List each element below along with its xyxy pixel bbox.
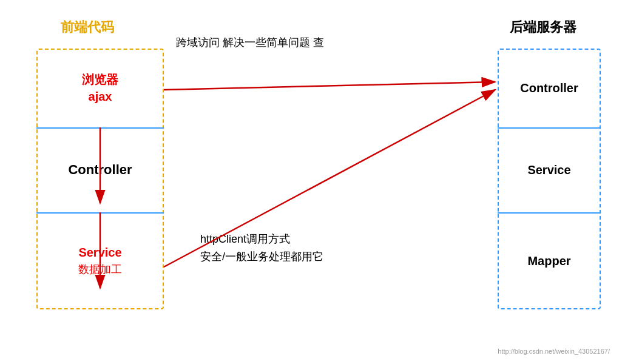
browser-text: 浏览器 ajax (82, 73, 118, 103)
browser-section: 浏览器 ajax (36, 49, 164, 127)
backend-service-label: Service (527, 163, 570, 177)
backend-mapper-section: Mapper (498, 212, 601, 309)
frontend-service-section: Service 数据加工 (36, 212, 164, 309)
httpclient-line1: httpClient调用方式 (200, 231, 323, 248)
backend-label: 后端服务器 (510, 18, 576, 36)
backend-mapper-label: Mapper (527, 254, 570, 268)
frontend-label: 前端代码 (61, 18, 114, 36)
backend-controller-label: Controller (520, 81, 578, 95)
frontend-service-label: Service (78, 246, 121, 260)
httpclient-line2: 安全/一般业务处理都用它 (200, 248, 323, 266)
watermark: http://blog.csdn.net/weixin_43052167/ (498, 348, 610, 355)
frontend-controller-section: Controller (36, 127, 164, 212)
browser-ajax-label: 浏览器 ajax (82, 71, 118, 105)
frontend-controller-label: Controller (68, 162, 132, 178)
backend-controller-section: Controller (498, 49, 601, 127)
crossdomain-arrow (164, 82, 495, 90)
crossdomain-text: 跨域访问 解决一些简单问题 查 (176, 35, 324, 50)
httpclient-text: httpClient调用方式 安全/一般业务处理都用它 (200, 231, 323, 266)
backend-service-section: Service (498, 127, 601, 212)
diagram-container: 前端代码 浏览器 ajax Controller Service 数据加工 后端… (0, 0, 622, 364)
frontend-service-sublabel: 数据加工 (78, 262, 122, 277)
